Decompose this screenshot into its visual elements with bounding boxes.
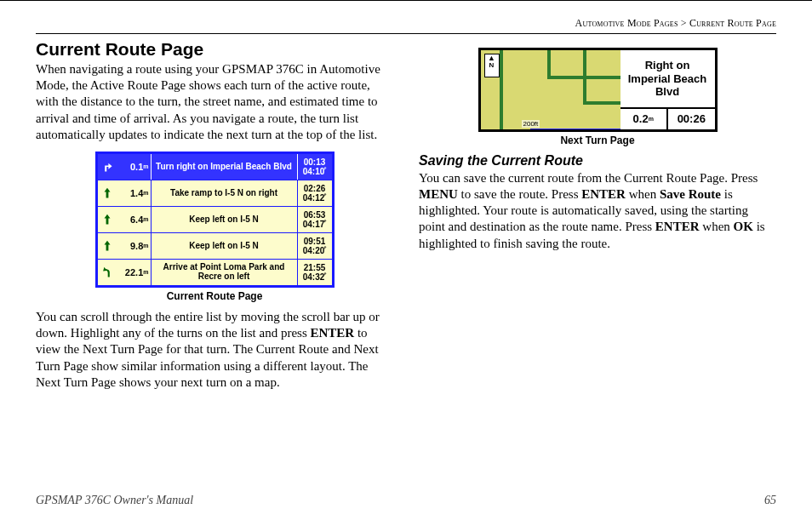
turn-straight-icon bbox=[98, 233, 117, 259]
page-footer: GPSMAP 376C Owner's Manual 65 bbox=[36, 494, 776, 507]
figure-route-table: 0.1mTurn right on Imperial Beach Blvd00:… bbox=[36, 152, 393, 302]
row-times: 09:5104:20 bbox=[298, 233, 332, 259]
breadcrumb-a: Automotive Mode Pages bbox=[575, 17, 678, 29]
compass-icon: N bbox=[484, 54, 500, 77]
turn-bear-left-icon bbox=[98, 260, 117, 285]
scroll-paragraph: You can scroll through the entire list b… bbox=[36, 309, 393, 391]
page-title: Current Route Page bbox=[36, 39, 393, 60]
next-turn-distance: 0.2m bbox=[620, 109, 669, 129]
row-times: 00:1304:10 bbox=[298, 154, 332, 180]
intro-paragraph: When navigating a route using your GPSMA… bbox=[36, 61, 393, 143]
row-times: 02:2604:12 bbox=[298, 180, 332, 206]
table-row: 1.4mTake ramp to I-5 N on right02:2604:1… bbox=[98, 180, 332, 207]
figure-caption-2: Next Turn Page bbox=[419, 134, 776, 146]
subsection-title: Saving the Current Route bbox=[419, 153, 776, 169]
breadcrumb: Automotive Mode Pages > Current Route Pa… bbox=[36, 17, 776, 30]
manual-page: Automotive Mode Pages > Current Route Pa… bbox=[0, 0, 812, 526]
row-instruction: Keep left on I-5 N bbox=[151, 233, 298, 259]
map-canvas: N 200ft bbox=[481, 50, 620, 129]
figure-caption-1: Current Route Page bbox=[36, 290, 393, 302]
manual-title: GPSMAP 376C Owner's Manual bbox=[36, 494, 193, 507]
table-row: 0.1mTurn right on Imperial Beach Blvd00:… bbox=[98, 154, 332, 180]
table-row: 9.8mKeep left on I-5 N09:5104:20 bbox=[98, 233, 332, 260]
turn-straight-icon bbox=[98, 180, 117, 206]
next-turn-time: 00:26 bbox=[668, 109, 715, 129]
row-times: 21:5504:32 bbox=[298, 260, 332, 285]
row-times: 06:5304:17 bbox=[298, 207, 332, 232]
left-column: Current Route Page When navigating a rou… bbox=[36, 39, 393, 399]
turn-straight-icon bbox=[98, 207, 117, 232]
page-number: 65 bbox=[764, 494, 776, 507]
row-distance: 1.4m bbox=[117, 180, 151, 206]
route-table: 0.1mTurn right on Imperial Beach Blvd00:… bbox=[95, 152, 335, 288]
row-distance: 6.4m bbox=[117, 207, 151, 232]
row-instruction: Take ramp to I-5 N on right bbox=[151, 180, 298, 206]
turn-turn-right-icon bbox=[98, 154, 117, 180]
breadcrumb-b: Current Route Page bbox=[689, 17, 776, 29]
right-column: N 200ft Right on Imperial bbox=[419, 39, 776, 399]
header-rule bbox=[36, 33, 776, 34]
breadcrumb-sep: > bbox=[681, 17, 687, 29]
row-instruction: Keep left on I-5 N bbox=[151, 207, 298, 232]
save-paragraph: You can save the current route from the … bbox=[419, 170, 776, 252]
next-turn-instruction: Right on Imperial Beach Blvd bbox=[620, 50, 715, 107]
row-distance: 22.1m bbox=[117, 260, 151, 285]
figure-next-turn: N 200ft Right on Imperial bbox=[419, 48, 776, 146]
table-row: 22.1mArrive at Point Loma Park and Recre… bbox=[98, 260, 332, 285]
map-scale: 200ft bbox=[522, 120, 540, 128]
table-row: 6.4mKeep left on I-5 N06:5304:17 bbox=[98, 207, 332, 233]
row-distance: 0.1m bbox=[117, 154, 151, 180]
next-turn-map: N 200ft Right on Imperial bbox=[478, 48, 718, 132]
row-instruction: Turn right on Imperial Beach Blvd bbox=[151, 154, 298, 180]
row-instruction: Arrive at Point Loma Park and Recre on l… bbox=[151, 260, 298, 285]
row-distance: 9.8m bbox=[117, 233, 151, 259]
